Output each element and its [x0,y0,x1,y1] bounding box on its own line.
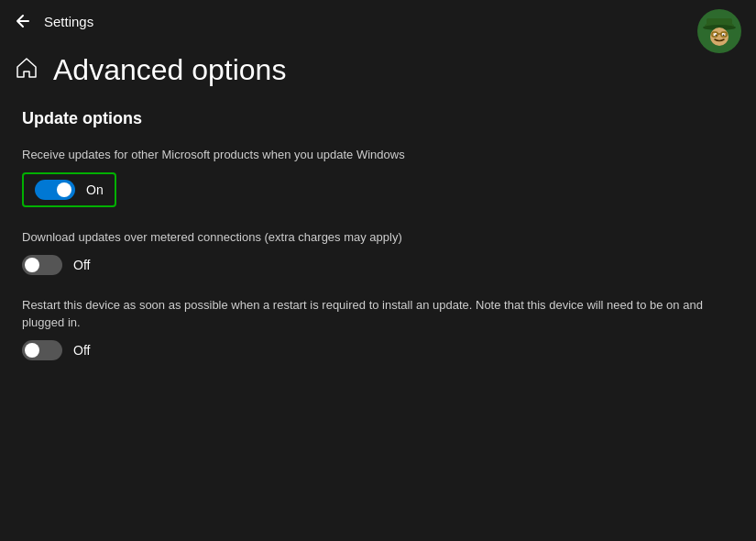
option-restart-description: Restart this device as soon as possible … [22,297,734,330]
header: Settings [0,0,756,42]
page-title: Advanced options [53,53,286,87]
section-title: Update options [22,109,734,128]
option-receive-updates-description: Receive updates for other Microsoft prod… [22,147,734,163]
option-receive-updates: Receive updates for other Microsoft prod… [22,147,734,207]
toggle-restart-label: Off [73,343,90,358]
option-metered-connections: Download updates over metered connection… [22,229,734,275]
page-title-area: Advanced options [0,42,756,109]
back-button[interactable] [15,13,31,29]
avatar [697,9,741,53]
svg-point-7 [723,35,725,37]
toggle-row-metered: Off [22,255,734,275]
option-restart-device: Restart this device as soon as possible … [22,297,734,359]
toggle-restart-device[interactable] [22,340,62,360]
content: Update options Receive updates for other… [0,109,756,360]
toggle-metered-connections[interactable] [22,255,62,275]
toggle-highlight-receive-updates: On [22,172,116,207]
option-metered-description: Download updates over metered connection… [22,229,734,246]
toggle-receive-updates-label: On [86,182,104,197]
toggle-receive-updates[interactable] [35,180,75,200]
header-title: Settings [44,14,93,29]
toggle-row-restart: Off [22,340,734,360]
toggle-metered-label: Off [73,258,90,272]
home-icon [15,56,38,85]
